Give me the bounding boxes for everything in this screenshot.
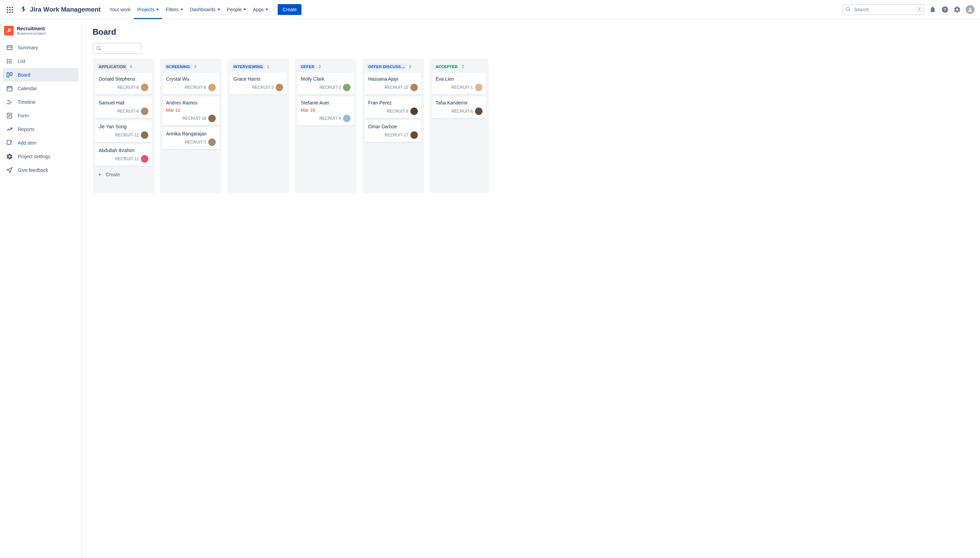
- board-card[interactable]: Donald StephensRECRUIT-8: [95, 73, 152, 95]
- chevron-down-icon: [217, 8, 220, 11]
- calendar-icon: [6, 85, 14, 92]
- board-card[interactable]: Omar DarboeRECRUIT-17: [365, 120, 421, 142]
- board-card[interactable]: Crystal WuRECRUIT-6: [163, 73, 219, 95]
- column-accepted: ACCEPTED2Eva LienRECRUIT-1Taha KandemirR…: [429, 59, 489, 193]
- assignee-avatar[interactable]: [208, 115, 216, 122]
- column-offer: OFFER2Molly ClarkRECRUIT-2Stefanie AuerM…: [295, 59, 356, 193]
- sidebar-item-calendar[interactable]: Calendar: [3, 82, 79, 95]
- card-key: RECRUIT-8: [117, 85, 139, 90]
- create-button[interactable]: Create: [277, 4, 302, 15]
- notifications-icon[interactable]: [929, 6, 936, 13]
- nav-item-filters[interactable]: Filters: [163, 0, 187, 19]
- card-key: RECRUIT-6: [387, 109, 408, 114]
- sidebar-item-timeline[interactable]: Timeline: [3, 95, 79, 109]
- column-header[interactable]: OFFER2: [297, 61, 354, 73]
- card-key: RECRUIT-1: [451, 85, 473, 90]
- settings-icon[interactable]: [954, 6, 961, 13]
- assignee-avatar[interactable]: [475, 84, 483, 91]
- board-card[interactable]: Annika RangarajanRECRUIT-7: [163, 128, 219, 149]
- create-card-button[interactable]: +Create: [95, 168, 152, 181]
- assignee-avatar[interactable]: [141, 131, 148, 139]
- board-card[interactable]: Eva LienRECRUIT-1: [432, 73, 486, 95]
- card-due-date: Mar 12: [166, 108, 216, 113]
- chevron-down-icon: [156, 8, 159, 11]
- board-card[interactable]: Samuel HallRECRUIT-8: [95, 97, 152, 118]
- board-card[interactable]: Molly ClarkRECRUIT-2: [297, 73, 354, 95]
- nav-item-apps[interactable]: Apps: [250, 0, 272, 19]
- board-card[interactable]: Stefanie AuerMar 16RECRUIT-4: [297, 97, 354, 126]
- nav-item-people[interactable]: People: [223, 0, 250, 19]
- assignee-avatar[interactable]: [141, 155, 148, 162]
- column-count: 2: [318, 64, 321, 69]
- sidebar-item-form[interactable]: Form: [3, 109, 79, 123]
- board-search[interactable]: [92, 43, 141, 54]
- nav-item-label: Projects: [137, 7, 154, 12]
- assignee-avatar[interactable]: [208, 84, 216, 91]
- board-card[interactable]: Jie Yan SongRECRUIT-12: [95, 120, 152, 142]
- svg-rect-16: [7, 87, 12, 91]
- project-header[interactable]: Recruitment Business project: [3, 26, 79, 41]
- assignee-avatar[interactable]: [410, 84, 418, 91]
- product-name: Jira Work Management: [30, 6, 101, 13]
- assignee-avatar[interactable]: [141, 84, 148, 91]
- card-key: RECRUIT-6: [185, 85, 206, 90]
- list-icon: [6, 58, 14, 65]
- column-title: SCREENING: [165, 64, 191, 69]
- board-card[interactable]: Grace HarrisRECRUIT-3: [230, 73, 287, 95]
- column-header[interactable]: INTERVIEWING1: [230, 61, 287, 73]
- card-key: RECRUIT-4: [320, 116, 341, 121]
- assignee-avatar[interactable]: [343, 84, 350, 91]
- column-header[interactable]: ACCEPTED2: [432, 61, 486, 73]
- assignee-avatar[interactable]: [208, 138, 216, 146]
- topnav-right: / ?: [842, 4, 975, 15]
- sidebar-item-project-settings[interactable]: Project settings: [3, 150, 79, 163]
- sidebar-item-board[interactable]: Board: [3, 68, 79, 82]
- column-count: 3: [194, 64, 196, 69]
- svg-point-11: [7, 59, 8, 60]
- assignee-avatar[interactable]: [276, 84, 283, 91]
- column-header[interactable]: OFFER DISCUSS…3: [365, 61, 421, 73]
- card-title: Abdullah Ibrahim: [98, 148, 148, 153]
- column-header[interactable]: APPLICATION4: [95, 61, 152, 73]
- board-card[interactable]: Andres RamosMar 12RECRUIT-18: [163, 97, 219, 126]
- sidebar-item-add-item[interactable]: Add item: [3, 136, 79, 150]
- search-input[interactable]: [842, 4, 924, 15]
- svg-text:?: ?: [944, 7, 946, 12]
- column-header[interactable]: SCREENING3: [163, 61, 219, 73]
- plus-icon: +: [98, 171, 102, 177]
- help-icon[interactable]: ?: [941, 6, 949, 13]
- assignee-avatar[interactable]: [343, 115, 350, 122]
- sidebar-item-summary[interactable]: Summary: [3, 41, 79, 54]
- assignee-avatar[interactable]: [475, 108, 483, 115]
- sidebar-item-reports[interactable]: Reports: [3, 123, 79, 136]
- sidebar-item-label: Calendar: [18, 86, 37, 91]
- sidebar-item-label: Summary: [18, 45, 38, 50]
- assignee-avatar[interactable]: [141, 108, 148, 115]
- timeline-icon: [6, 98, 14, 105]
- reports-icon: [6, 126, 14, 133]
- svg-point-30: [97, 47, 100, 50]
- app-switcher-icon[interactable]: [5, 5, 14, 14]
- board-card[interactable]: Fran PerezRECRUIT-6: [365, 97, 421, 118]
- sidebar-item-list[interactable]: List: [3, 54, 79, 68]
- product-logo[interactable]: Jira Work Management: [20, 5, 101, 14]
- card-title: Fran Perez: [368, 100, 418, 105]
- board-card[interactable]: Hassana AjayiRECRUIT-15: [365, 73, 421, 95]
- card-title: Eva Lien: [435, 76, 483, 82]
- assignee-avatar[interactable]: [410, 108, 418, 115]
- card-title: Crystal Wu: [166, 76, 216, 82]
- board-card[interactable]: Abdullah IbrahimRECRUIT-12: [95, 144, 152, 166]
- add-icon: [6, 140, 14, 146]
- nav-item-projects[interactable]: Projects: [134, 0, 163, 19]
- nav-item-your-work[interactable]: Your work: [106, 0, 134, 19]
- gear-icon: [6, 153, 14, 160]
- board-card[interactable]: Taha KandemirRECRUIT-6: [432, 97, 486, 118]
- sidebar-item-label: Reports: [18, 126, 34, 132]
- card-title: Annika Rangarajan: [166, 131, 216, 136]
- assignee-avatar[interactable]: [410, 131, 418, 139]
- sidebar: Recruitment Business project SummaryList…: [0, 19, 82, 558]
- nav-item-dashboards[interactable]: Dashboards: [187, 0, 223, 19]
- profile-avatar[interactable]: [966, 5, 975, 14]
- sidebar-item-give-feedback[interactable]: Give feedback: [3, 163, 79, 177]
- card-title: Grace Harris: [233, 76, 283, 82]
